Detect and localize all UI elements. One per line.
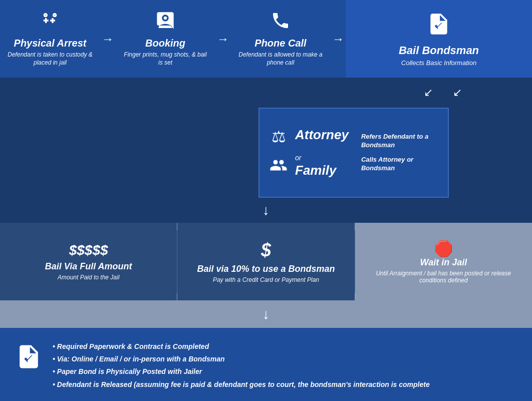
- final-bullet-1: • Required Paperwork & Contract is Compl…: [53, 340, 430, 353]
- bail-bondsman-title: Bail Bondsman: [399, 44, 479, 57]
- wait-in-jail-box: 🛑 Wait in Jail Until Arraignment / bail …: [355, 223, 532, 300]
- payment-options-row: $$$$$ Bail Via Full Amount Amount Paid t…: [0, 223, 532, 300]
- family-desc: Calls Attorney or Bondsman: [361, 156, 438, 173]
- dollar-single-icon: $: [261, 240, 271, 261]
- arrow-2: →: [215, 32, 230, 46]
- stop-icon: 🛑: [434, 240, 453, 257]
- bail-bondsman-box: Bail Bondsman Collects Basic Information: [346, 0, 532, 78]
- dollar-multiple-icon: $$$$$: [69, 242, 108, 258]
- final-text-block: • Required Paperwork & Contract is Compl…: [53, 340, 430, 391]
- family-icon: [270, 156, 288, 178]
- arrow-1: →: [100, 32, 115, 46]
- steps-left: Physical Arrest Defendant is taken to cu…: [0, 0, 346, 78]
- final-bullet-4: • Defendant is Released (assuming fee is…: [53, 378, 430, 391]
- wait-in-jail-title: Wait in Jail: [420, 257, 467, 268]
- attorney-family-box: ⚖ Attorney or Family Refers Defendant to…: [258, 108, 449, 198]
- family-label: Family: [295, 163, 349, 178]
- or-label: or: [295, 154, 349, 162]
- full-amount-title: Bail Via Full Amount: [45, 261, 132, 272]
- handcuffs-icon: [40, 11, 60, 35]
- phone-call-subtitle: Defendant is allowed to make a phone cal…: [238, 51, 323, 67]
- attorney-label: Attorney: [295, 127, 349, 143]
- down-arrow-icon: ↓: [262, 202, 270, 218]
- diagonal-arrows-row: ↙ ↙: [0, 78, 532, 108]
- phone-call-title: Phone Call: [254, 38, 306, 49]
- attorney-desc: Refers Defendant to a Bondsman: [361, 133, 438, 150]
- final-bullet-3: • Paper Bond is Physically Posted with J…: [53, 365, 430, 378]
- step-physical-arrest: Physical Arrest Defendant is taken to cu…: [0, 6, 100, 72]
- bail-bondsman-icon: [426, 12, 451, 41]
- phone-icon: [271, 11, 291, 35]
- document-icon: [15, 343, 43, 375]
- ten-percent-subtitle: Pay with a Credit Card or Payment Plan: [213, 276, 319, 283]
- final-info-row: • Required Paperwork & Contract is Compl…: [0, 328, 532, 401]
- attorney-descs: Refers Defendant to a Bondsman Calls Att…: [361, 133, 438, 173]
- diagonal-arrow-left: ↙: [424, 86, 433, 99]
- step-booking: Booking Finger prints, mug shots, & bail…: [115, 6, 215, 72]
- ten-percent-box: $ Bail via 10% to use a Bondsman Pay wit…: [177, 223, 354, 300]
- diagonal-arrow-right: ↙: [453, 86, 462, 99]
- physical-arrest-title: Physical Arrest: [14, 38, 87, 49]
- physical-arrest-subtitle: Defendant is taken to custody & placed i…: [8, 51, 93, 67]
- row1-steps: Physical Arrest Defendant is taken to cu…: [0, 0, 532, 78]
- down-arrow-row2: ↓: [0, 300, 532, 328]
- booking-subtitle: Finger prints, mug shots, & bail is set: [123, 51, 208, 67]
- full-amount-subtitle: Amount Paid to the Jail: [58, 274, 119, 281]
- down-arrow-row: ↓: [0, 198, 532, 223]
- attorney-icons: ⚖: [270, 127, 288, 178]
- attorney-labels: Attorney or Family: [295, 127, 349, 178]
- step-phone-call: Phone Call Defendant is allowed to make …: [230, 6, 331, 72]
- ten-percent-title: Bail via 10% to use a Bondsman: [197, 264, 335, 274]
- arrow-3: →: [331, 32, 346, 46]
- bail-bondsman-subtitle: Collects Basic Information: [401, 59, 476, 67]
- down-arrow-2-icon: ↓: [262, 306, 270, 322]
- booking-icon: [155, 11, 175, 35]
- attorney-row: ⚖ Attorney or Family Refers Defendant to…: [0, 108, 532, 198]
- booking-title: Booking: [145, 38, 185, 49]
- final-bullet-2: • Via: Online / Email / or in-person wit…: [53, 353, 430, 365]
- full-amount-box: $$$$$ Bail Via Full Amount Amount Paid t…: [0, 223, 177, 300]
- scales-icon: ⚖: [272, 127, 286, 146]
- wait-in-jail-subtitle: Until Arraignment / bail has been posted…: [363, 270, 524, 284]
